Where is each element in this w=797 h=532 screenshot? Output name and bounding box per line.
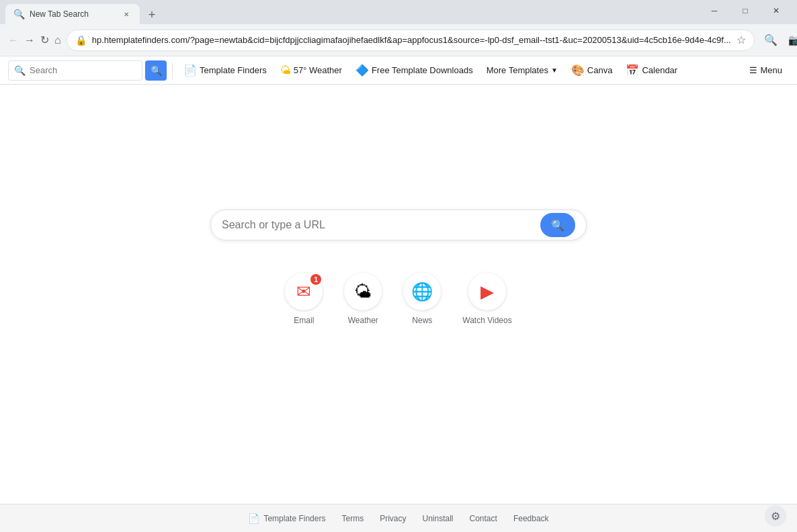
menu-label: Menu [760, 65, 782, 75]
footer-template-finders-link[interactable]: Template Finders [263, 514, 325, 523]
toolbar-search-button[interactable]: 🔍 [145, 60, 167, 81]
calendar-link[interactable]: 📅 Calendar [620, 61, 683, 79]
watch-videos-icon: ▶ [480, 281, 494, 302]
footer: 📄 Template Finders Terms Privacy Uninsta… [0, 504, 797, 532]
quick-access-section: ✉ 1 Email 🌤 Weather 🌐 News ▶ [285, 273, 511, 325]
calendar-icon: 📅 [626, 64, 639, 77]
title-bar: 🔍 New Tab Search ✕ + ─ □ ✕ [0, 0, 797, 24]
toolbar-divider-1 [172, 62, 173, 79]
maximize-button[interactable]: □ [730, 0, 761, 21]
canva-label: Canva [587, 65, 613, 75]
free-templates-link[interactable]: 🔷 Free Template Downloads [350, 61, 478, 79]
address-bar[interactable]: 🔒 hp.htemplatefinders.com/?page=newtab&c… [67, 30, 755, 51]
quick-item-weather[interactable]: 🌤 Weather [344, 273, 382, 325]
center-search-box[interactable]: 🔍 [210, 210, 587, 240]
email-icon: ✉ [296, 281, 311, 302]
template-finders-label: Template Finders [200, 65, 267, 75]
center-search-input[interactable] [222, 219, 532, 231]
tab-close-button[interactable]: ✕ [121, 9, 132, 19]
canva-icon: 🎨 [571, 64, 585, 77]
address-text: hp.htemplatefinders.com/?page=newtab&cid… [92, 35, 731, 45]
news-icon: 🌐 [411, 281, 433, 302]
free-templates-label: Free Template Downloads [372, 65, 473, 75]
quick-item-videos[interactable]: ▶ Watch Videos [462, 273, 511, 325]
footer-terms-link[interactable]: Terms [341, 514, 364, 523]
footer-feedback-link[interactable]: Feedback [513, 514, 549, 523]
lock-icon: 🔒 [75, 35, 87, 46]
main-content: 🔍 ✉ 1 Email 🌤 Weather 🌐 N [0, 85, 797, 504]
free-templates-icon: 🔷 [355, 64, 369, 77]
template-finders-icon: 📄 [183, 64, 197, 77]
footer-contact-link[interactable]: Contact [470, 514, 497, 523]
bookmark-star-button[interactable]: ☆ [737, 34, 746, 46]
news-icon-container: 🌐 [403, 273, 441, 310]
tab-favicon: 🔍 [13, 9, 24, 19]
footer-uninstall-link[interactable]: Uninstall [422, 514, 453, 523]
more-templates-label: More Templates [487, 65, 548, 75]
home-button[interactable]: ⌂ [54, 30, 61, 51]
capture-button[interactable]: 📷 [784, 30, 797, 51]
footer-template-icon: 📄 [248, 513, 259, 524]
email-notification-badge: 1 [310, 274, 321, 285]
toolbar: 🔍 🔍 📄 Template Finders 🌤 57° Weather 🔷 F… [0, 56, 797, 85]
quick-item-email[interactable]: ✉ 1 Email [285, 273, 323, 325]
videos-icon-container: ▶ [468, 273, 506, 310]
more-templates-chevron-icon: ▼ [551, 66, 558, 74]
weather-icon: 🌤 [280, 64, 291, 77]
new-tab-button[interactable]: + [142, 5, 161, 24]
calendar-label: Calendar [642, 65, 677, 75]
quick-item-news[interactable]: 🌐 News [403, 273, 441, 325]
footer-template-finders[interactable]: 📄 Template Finders [248, 513, 325, 524]
nav-right-icons: 🔍 📷 🧩 👤 ⋮ [760, 30, 797, 51]
toolbar-search-input[interactable] [30, 65, 124, 75]
reload-button[interactable]: ↻ [40, 30, 49, 51]
navigation-bar: ← → ↻ ⌂ 🔒 hp.htemplatefinders.com/?page=… [0, 24, 797, 56]
weather-icon-container: 🌤 [344, 273, 382, 310]
minimize-button[interactable]: ─ [699, 0, 730, 21]
email-label: Email [294, 316, 314, 325]
window-controls: ─ □ ✕ [699, 0, 792, 24]
weather-quick-label: Weather [348, 316, 378, 325]
close-button[interactable]: ✕ [761, 0, 792, 21]
toolbar-search-icon: 🔍 [14, 65, 26, 76]
hamburger-icon: ☰ [749, 65, 757, 75]
forward-button[interactable]: → [24, 30, 35, 51]
zoom-button[interactable]: 🔍 [760, 30, 782, 51]
watch-videos-label: Watch Videos [462, 316, 511, 325]
news-label: News [412, 316, 432, 325]
weather-link[interactable]: 🌤 57° Weather [275, 62, 347, 79]
back-button[interactable]: ← [8, 30, 19, 51]
email-icon-container: ✉ 1 [285, 273, 323, 310]
settings-gear-button[interactable]: ⚙ [765, 505, 786, 527]
canva-link[interactable]: 🎨 Canva [566, 61, 618, 79]
more-templates-button[interactable]: More Templates ▼ [481, 62, 563, 78]
main-menu-button[interactable]: ☰ Menu [743, 62, 789, 78]
template-finders-link[interactable]: 📄 Template Finders [178, 61, 272, 79]
footer-privacy-link[interactable]: Privacy [380, 514, 406, 523]
weather-label: 57° Weather [294, 65, 342, 75]
tab-title: New Tab Search [30, 9, 116, 19]
toolbar-search-box[interactable]: 🔍 [8, 60, 142, 81]
chrome-window: 🔍 New Tab Search ✕ + ─ □ ✕ ← → ↻ ⌂ 🔒 hp.… [0, 0, 797, 532]
center-search-button[interactable]: 🔍 [540, 213, 575, 237]
weather-quick-icon: 🌤 [354, 281, 372, 302]
active-tab[interactable]: 🔍 New Tab Search ✕ [5, 4, 140, 24]
